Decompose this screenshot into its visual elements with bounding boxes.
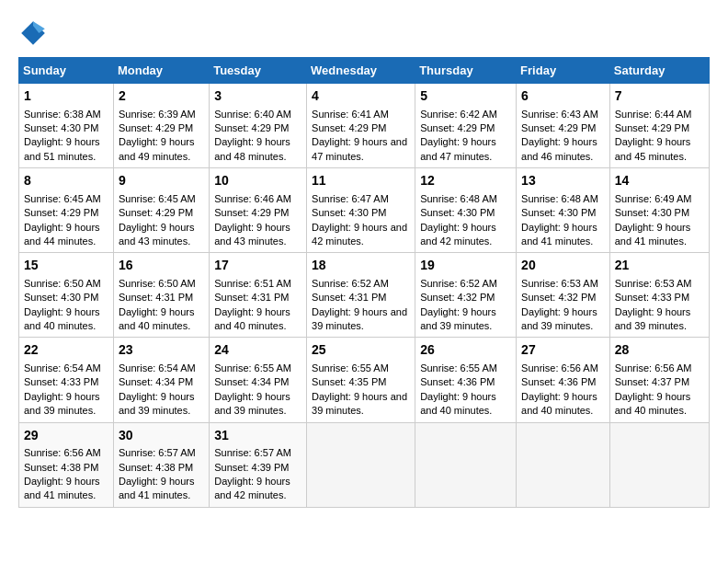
sunrise-text: Sunrise: 6:48 AM: [521, 193, 598, 204]
calendar-cell: 26Sunrise: 6:55 AMSunset: 4:36 PMDayligh…: [415, 338, 517, 422]
sunrise-text: Sunrise: 6:52 AM: [420, 278, 497, 289]
sunset-text: Sunset: 4:29 PM: [615, 122, 689, 133]
daylight-text: Daylight: 9 hours and 42 minutes.: [312, 222, 407, 247]
sunset-text: Sunset: 4:29 PM: [420, 122, 495, 133]
sunrise-text: Sunrise: 6:38 AM: [24, 109, 101, 120]
weekday-header-monday: Monday: [113, 58, 209, 84]
sunrise-text: Sunrise: 6:49 AM: [615, 193, 692, 204]
day-number: 23: [119, 341, 204, 360]
daylight-text: Daylight: 9 hours and 39 minutes.: [312, 306, 407, 331]
daylight-text: Daylight: 9 hours and 46 minutes.: [521, 136, 597, 161]
day-number: 4: [312, 87, 410, 106]
logo-icon: [18, 18, 48, 48]
sunrise-text: Sunrise: 6:53 AM: [521, 278, 598, 289]
sunset-text: Sunset: 4:31 PM: [312, 292, 386, 303]
daylight-text: Daylight: 9 hours and 39 minutes.: [420, 306, 496, 331]
day-number: 25: [312, 341, 410, 360]
daylight-text: Daylight: 9 hours and 47 minutes.: [420, 136, 496, 161]
day-number: 5: [420, 87, 511, 106]
calendar-cell: 27Sunrise: 6:56 AMSunset: 4:36 PMDayligh…: [517, 338, 610, 422]
sunrise-text: Sunrise: 6:57 AM: [119, 447, 196, 458]
sunset-text: Sunset: 4:29 PM: [214, 122, 289, 133]
daylight-text: Daylight: 9 hours and 48 minutes.: [214, 136, 290, 161]
daylight-text: Daylight: 9 hours and 44 minutes.: [24, 222, 100, 247]
calendar-week-row: 8Sunrise: 6:45 AMSunset: 4:29 PMDaylight…: [19, 168, 710, 253]
day-number: 13: [521, 172, 605, 190]
day-number: 9: [119, 172, 204, 190]
daylight-text: Daylight: 9 hours and 39 minutes.: [521, 306, 597, 331]
daylight-text: Daylight: 9 hours and 40 minutes.: [24, 306, 100, 331]
sunrise-text: Sunrise: 6:39 AM: [119, 109, 196, 120]
calendar-cell: 19Sunrise: 6:52 AMSunset: 4:32 PMDayligh…: [415, 253, 517, 338]
calendar-cell: [517, 422, 610, 507]
sunset-text: Sunset: 4:30 PM: [420, 207, 495, 218]
day-number: 3: [214, 87, 301, 106]
calendar-cell: 4Sunrise: 6:41 AMSunset: 4:29 PMDaylight…: [307, 84, 415, 168]
sunset-text: Sunset: 4:29 PM: [521, 122, 596, 133]
sunset-text: Sunset: 4:29 PM: [312, 122, 386, 133]
sunrise-text: Sunrise: 6:44 AM: [615, 109, 692, 120]
weekday-header-row: SundayMondayTuesdayWednesdayThursdayFrid…: [19, 58, 710, 84]
logo: [18, 18, 51, 48]
header: [18, 18, 710, 48]
calendar-cell: 6Sunrise: 6:43 AMSunset: 4:29 PMDaylight…: [517, 84, 610, 168]
weekday-header-friday: Friday: [517, 58, 610, 84]
day-number: 11: [312, 172, 410, 190]
calendar-cell: 8Sunrise: 6:45 AMSunset: 4:29 PMDaylight…: [19, 168, 114, 253]
calendar-week-row: 22Sunrise: 6:54 AMSunset: 4:33 PMDayligh…: [19, 338, 710, 422]
sunset-text: Sunset: 4:36 PM: [521, 376, 596, 387]
daylight-text: Daylight: 9 hours and 39 minutes.: [24, 391, 100, 416]
sunset-text: Sunset: 4:29 PM: [119, 207, 193, 218]
sunrise-text: Sunrise: 6:56 AM: [521, 362, 598, 373]
calendar-cell: 12Sunrise: 6:48 AMSunset: 4:30 PMDayligh…: [415, 168, 517, 253]
calendar-cell: 14Sunrise: 6:49 AMSunset: 4:30 PMDayligh…: [609, 168, 709, 253]
daylight-text: Daylight: 9 hours and 39 minutes.: [214, 391, 290, 416]
calendar-cell: 7Sunrise: 6:44 AMSunset: 4:29 PMDaylight…: [609, 84, 709, 168]
sunset-text: Sunset: 4:34 PM: [214, 376, 289, 387]
weekday-header-saturday: Saturday: [609, 58, 709, 84]
day-number: 31: [214, 427, 301, 445]
sunrise-text: Sunrise: 6:47 AM: [312, 193, 389, 204]
daylight-text: Daylight: 9 hours and 40 minutes.: [521, 391, 597, 416]
daylight-text: Daylight: 9 hours and 43 minutes.: [214, 222, 290, 247]
sunrise-text: Sunrise: 6:40 AM: [214, 109, 291, 120]
calendar-cell: 22Sunrise: 6:54 AMSunset: 4:33 PMDayligh…: [19, 338, 114, 422]
daylight-text: Daylight: 9 hours and 39 minutes.: [119, 391, 195, 416]
calendar-cell: 20Sunrise: 6:53 AMSunset: 4:32 PMDayligh…: [517, 253, 610, 338]
calendar-cell: 15Sunrise: 6:50 AMSunset: 4:30 PMDayligh…: [19, 253, 114, 338]
sunrise-text: Sunrise: 6:50 AM: [24, 278, 101, 289]
sunrise-text: Sunrise: 6:45 AM: [119, 193, 196, 204]
sunrise-text: Sunrise: 6:43 AM: [521, 109, 598, 120]
day-number: 26: [420, 341, 511, 360]
calendar-cell: 1Sunrise: 6:38 AMSunset: 4:30 PMDaylight…: [19, 84, 114, 168]
sunrise-text: Sunrise: 6:54 AM: [24, 362, 101, 373]
calendar-cell: 16Sunrise: 6:50 AMSunset: 4:31 PMDayligh…: [113, 253, 209, 338]
day-number: 6: [521, 87, 605, 106]
sunrise-text: Sunrise: 6:51 AM: [214, 278, 291, 289]
calendar-cell: [415, 422, 517, 507]
daylight-text: Daylight: 9 hours and 39 minutes.: [312, 391, 407, 416]
calendar-cell: 23Sunrise: 6:54 AMSunset: 4:34 PMDayligh…: [113, 338, 209, 422]
sunset-text: Sunset: 4:30 PM: [615, 207, 689, 218]
sunrise-text: Sunrise: 6:45 AM: [24, 193, 101, 204]
day-number: 8: [24, 172, 108, 190]
sunrise-text: Sunrise: 6:55 AM: [214, 362, 291, 373]
sunset-text: Sunset: 4:38 PM: [119, 462, 193, 473]
calendar-cell: 17Sunrise: 6:51 AMSunset: 4:31 PMDayligh…: [210, 253, 307, 338]
calendar-cell: [609, 422, 709, 507]
day-number: 12: [420, 172, 511, 190]
sunrise-text: Sunrise: 6:55 AM: [420, 362, 497, 373]
weekday-header-tuesday: Tuesday: [210, 58, 307, 84]
sunrise-text: Sunrise: 6:42 AM: [420, 109, 497, 120]
sunset-text: Sunset: 4:30 PM: [24, 122, 98, 133]
calendar-week-row: 29Sunrise: 6:56 AMSunset: 4:38 PMDayligh…: [19, 422, 710, 507]
day-number: 22: [24, 341, 108, 360]
day-number: 24: [214, 341, 301, 360]
sunrise-text: Sunrise: 6:41 AM: [312, 109, 389, 120]
calendar-week-row: 1Sunrise: 6:38 AMSunset: 4:30 PMDaylight…: [19, 84, 710, 168]
daylight-text: Daylight: 9 hours and 41 minutes.: [119, 476, 195, 500]
day-number: 1: [24, 87, 108, 106]
daylight-text: Daylight: 9 hours and 40 minutes.: [214, 306, 290, 331]
calendar-cell: 30Sunrise: 6:57 AMSunset: 4:38 PMDayligh…: [113, 422, 209, 507]
daylight-text: Daylight: 9 hours and 39 minutes.: [615, 306, 691, 331]
